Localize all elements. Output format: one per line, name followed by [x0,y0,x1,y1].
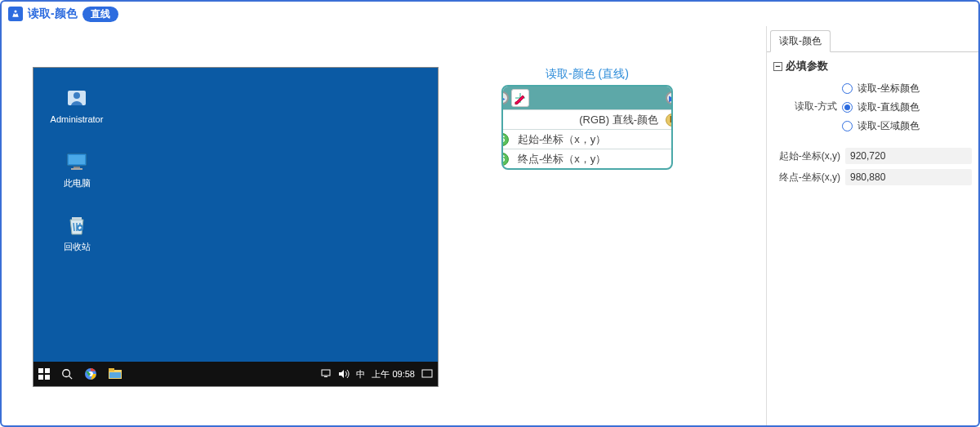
start-icon[interactable] [38,368,50,380]
tab-read-color[interactable]: 读取-颜色 [770,30,831,52]
output-port[interactable]: L [666,113,673,127]
properties-panel: 读取-颜色 − 必填参数 读取-方式 读取-坐标颜色 [766,26,978,425]
svg-rect-10 [38,375,43,380]
main-area: Administrator 此电脑 回收站 [2,26,978,425]
svg-point-1 [74,92,80,99]
radio-read-point-color[interactable]: 读取-坐标颜色 [842,82,920,96]
eyedropper-icon [511,89,529,107]
taskbar: 中 上午 09:58 [33,362,438,386]
svg-rect-5 [71,168,82,170]
desktop-icons: Administrator 此电脑 回收站 [48,84,105,253]
svg-rect-3 [69,155,85,164]
input-port[interactable]: S [501,153,509,166]
radio-read-area-color[interactable]: 读取-区域颜色 [842,119,920,133]
canvas-area[interactable]: Administrator 此电脑 回收站 [2,26,766,425]
mode-badge: 直线 [82,7,118,22]
svg-rect-8 [38,368,43,373]
chrome-icon[interactable] [84,367,97,380]
method-label: 读取-方式 [773,100,837,113]
window-title: 读取-颜色 [28,7,78,21]
start-coord-input[interactable]: 920,720 [845,148,972,164]
exec-out-port[interactable]: ▶ [666,91,673,105]
clock[interactable]: 上午 09:58 [372,368,415,380]
trash-icon [63,211,91,239]
panel-tabs: 读取-颜色 [767,26,978,52]
end-coord-field: 终点-坐标(x,y) 980,880 [773,169,972,185]
monitor-icon [63,148,91,176]
svg-rect-17 [109,368,114,371]
section-header[interactable]: − 必填参数 [773,59,972,73]
node-output-row: (RGB) 直线-颜色 L [503,109,671,129]
input-port[interactable]: S [501,133,509,146]
svg-rect-6 [72,217,82,220]
workflow-node[interactable]: 读取-颜色 (直线) ▶ ▶ (RGB) 直线-颜色 L S [501,67,673,170]
svg-line-13 [69,376,73,380]
ime-indicator[interactable]: 中 [356,368,365,380]
end-coord-input[interactable]: 980,880 [845,169,972,185]
desktop-preview: Administrator 此电脑 回收站 [33,67,439,387]
node-input-row: S 起始-坐标（x，y） [503,129,671,149]
radio-icon [842,102,853,113]
app-window: 读取-颜色 直线 Administrator [0,0,980,427]
svg-rect-21 [422,370,432,377]
desktop-icon-label: Administrator [51,114,104,125]
search-icon[interactable] [61,368,73,380]
start-coord-field: 起始-坐标(x,y) 920,720 [773,148,972,164]
radio-read-line-color[interactable]: 读取-直线颜色 [842,100,920,114]
svg-rect-9 [45,368,50,373]
exec-in-port[interactable]: ▶ [501,91,509,105]
desktop-icon-recycle-bin[interactable]: 回收站 [48,211,105,252]
svg-rect-4 [74,167,80,168]
section-title: 必填参数 [786,59,828,73]
node-body: ▶ ▶ (RGB) 直线-颜色 L S 起始-坐标（x，y） [501,85,673,170]
desktop-icon-label: 回收站 [64,242,91,252]
title-bar: 读取-颜色 直线 [2,2,978,26]
volume-icon[interactable] [338,369,350,379]
radio-icon [842,83,853,94]
svg-point-12 [63,370,70,377]
read-method-radio-group: 读取-坐标颜色 读取-直线颜色 读取-区域颜色 [842,82,920,133]
svg-rect-20 [324,376,327,377]
explorer-icon[interactable] [109,368,122,380]
person-icon [8,7,23,21]
notification-icon[interactable] [421,369,433,379]
network-icon[interactable] [320,369,332,379]
desktop-icon-this-pc[interactable]: 此电脑 [48,148,105,189]
desktop-icon-administrator[interactable]: Administrator [48,84,105,125]
node-header[interactable]: ▶ ▶ [503,87,671,109]
radio-icon [842,121,853,131]
node-input-row: S 终点-坐标（x，y） [503,149,671,168]
node-title: 读取-颜色 (直线) [501,67,673,82]
desktop-icon-label: 此电脑 [64,178,91,189]
user-icon [63,84,91,112]
collapse-icon[interactable]: − [773,62,782,71]
required-params-section: − 必填参数 读取-方式 读取-坐标颜色 读取-直线颜色 [767,52,978,197]
svg-rect-19 [322,370,330,376]
svg-rect-11 [45,375,50,380]
svg-rect-18 [109,372,121,378]
